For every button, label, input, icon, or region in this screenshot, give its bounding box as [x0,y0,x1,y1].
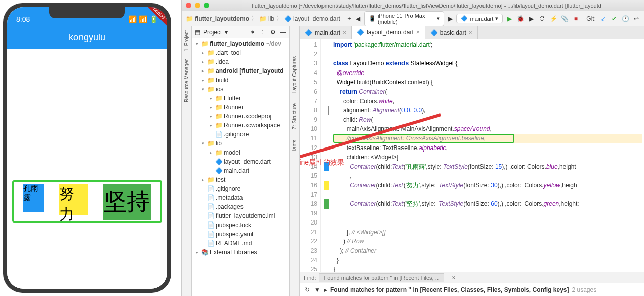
tree-item[interactable]: ▸📁.dart_tool [192,48,289,57]
tree-item[interactable]: ▸📁Flutter [192,94,289,103]
tab-close-icon[interactable]: × [343,29,346,36]
git-commit-icon[interactable]: ✔ [611,15,618,22]
phone-appbar: kongyulu [7,25,167,49]
add-config-icon[interactable]: ＋ [346,15,352,22]
debug-icon[interactable]: 🐞 [517,15,524,22]
appbar-title: kongyulu [69,32,105,43]
find-tab[interactable]: Found matches for pattern '' in [Recent … [319,273,444,282]
bc-project: 📁 flutter_layoutdemo [186,15,249,22]
tool-resource-manager[interactable]: Resource Manager [184,59,189,102]
tree-item[interactable]: ▸📁Runner.xcodeproj [192,112,289,121]
bc-folder: 📁 lib [259,15,274,22]
find-usages-count: 2 usages [572,286,597,293]
editor-area: 🔷 main.dart ×🔷 layout_demo.dart ×🔷 basic… [300,26,644,296]
project-gear-icon[interactable]: ⚙ [269,29,276,36]
run-icon[interactable]: ▶ [506,15,513,22]
git-history-icon[interactable]: 🕐 [622,15,629,22]
tree-item[interactable]: ▸📁Runner [192,103,289,112]
find-label: Find: [304,275,316,281]
editor-tabs: 🔷 main.dart ×🔷 layout_demo.dart ×🔷 basic… [300,26,644,39]
profile-icon[interactable]: ⏱ [539,15,546,22]
tool-variants[interactable]: iants [292,140,297,151]
code-content[interactable]: import 'package:flutter/material.dart'; … [331,39,644,272]
tree-item[interactable]: ▸📁android [flutter_layoutd [192,66,289,76]
tree-item[interactable]: 📄pubspec.yaml [192,230,289,239]
top-toolbar: 📁 flutter_layoutdemo〉 📁 lib〉 🔷 layout_de… [182,11,644,26]
project-settings-icon[interactable]: ✶ [249,29,256,36]
rerun-icon[interactable]: ↻ [304,286,311,293]
marker-column [321,39,331,272]
minimize-icon[interactable] [195,3,200,8]
prev-icon[interactable]: ◀ [355,15,361,22]
git-update-icon[interactable]: ↙ [600,15,607,22]
tree-item[interactable]: 🔷layout_demo.dart [192,157,289,166]
tree-item[interactable]: 📄.gitignore [192,130,289,139]
tool-project[interactable]: 1: Project [184,30,189,51]
demo-box-2: 努力 [59,184,88,215]
tree-item[interactable]: ▸📁build [192,76,289,85]
tree-item[interactable]: 📄.packages [192,202,289,211]
code-editor[interactable]: 1234567891011121314151617181920212223242… [300,39,644,272]
run-config-selector[interactable]: 🔷 main.dart ▾ [456,14,503,23]
left-tool-strip-2: Layout Captures Z: Structure iants [290,26,300,296]
find-result-text[interactable]: Found matches for pattern '' in [Recent … [330,286,569,293]
demo-box-1: 孔雨露 [23,184,44,212]
tree-item[interactable]: ▾📁lib [192,139,289,148]
find-tab-close-icon[interactable]: × [450,274,457,281]
next-icon[interactable]: ▶ [447,15,453,22]
tree-item[interactable]: 📄.metadata [192,193,289,202]
git-label: Git: [586,15,596,22]
phone-notch [49,7,125,18]
demo-box-3: 坚持 [103,184,151,220]
project-collapse-icon[interactable]: ÷ [259,29,266,36]
tree-item[interactable]: 📄.gitignore [192,184,289,193]
editor-tab[interactable]: 🔷 basic.dart × [425,26,478,39]
mac-titlebar: flutter_layoutdemo [~/development/study/… [182,0,644,11]
editor-tab[interactable]: 🔷 main.dart × [300,26,352,39]
tree-item[interactable]: ▸📚External Libraries [192,248,289,257]
tool-structure[interactable]: Z: Structure [292,103,297,129]
statusbar-indicators: 📶 📶 🔋 [128,15,158,23]
bc-file: 🔷 layout_demo.dart [284,15,340,22]
project-panel-title[interactable]: Project [203,29,222,36]
project-hide-icon[interactable]: — [279,29,286,36]
close-icon[interactable] [186,3,191,8]
maximize-icon[interactable] [204,3,209,8]
statusbar-time: 8:08 [16,15,30,23]
project-panel-header: ▤Project▾ ✶ ÷ ⚙ — [192,26,289,38]
breadcrumb[interactable]: 📁 flutter_layoutdemo〉 📁 lib〉 🔷 layout_de… [186,14,340,23]
tab-close-icon[interactable]: × [469,29,472,36]
project-tree[interactable]: ▾📁flutter_layoutdemo ~/dev▸📁.dart_tool▸📁… [192,38,289,296]
hot-reload-icon[interactable]: ⚡ [550,15,557,22]
left-tool-strip: 1: Project Resource Manager [182,26,192,296]
editor-tab[interactable]: 🔷 layout_demo.dart × [352,26,425,39]
window-title: flutter_layoutdemo [~/development/study/… [213,3,640,9]
tree-item[interactable]: ▸📁model [192,148,289,157]
tree-item[interactable]: 📄README.md [192,239,289,248]
row-demo: 孔雨露 努力 坚持 [12,180,162,223]
line-gutter[interactable]: 1234567891011121314151617181920212223242… [300,39,321,272]
stop-icon[interactable]: ■ [572,15,579,22]
tree-item[interactable]: ▸📁test [192,175,289,184]
filter-icon[interactable]: ▼ [314,286,321,293]
ide-window: flutter_layoutdemo [~/development/study/… [181,0,644,296]
phone-simulator: DEBUG 8:08 📶 📶 🔋 kongyulu 孔雨露 努力 坚持 [0,0,181,296]
tool-layout-captures[interactable]: Layout Captures [292,56,297,93]
git-rollback-icon[interactable]: ↩ [633,15,640,22]
tree-item[interactable]: 📄flutter_layoutdemo.iml [192,211,289,220]
attach-icon[interactable]: 📎 [561,15,568,22]
tab-close-icon[interactable]: × [416,29,420,36]
device-selector[interactable]: 📱 iPhone 11 Pro Max (mobile) ▾ [364,11,445,26]
find-bar: Find: Found matches for pattern '' in [R… [300,272,644,283]
tree-item[interactable]: ▾📁flutter_layoutdemo ~/dev [192,39,289,48]
tree-item[interactable]: 📄pubspec.lock [192,220,289,230]
project-panel: ▤Project▾ ✶ ÷ ⚙ — ▾📁flutter_layoutdemo ~… [192,26,290,296]
tree-item[interactable]: ▸📁.idea [192,57,289,66]
tree-item[interactable]: ▾📁ios [192,85,289,94]
tree-item[interactable]: 🔷main.dart [192,166,289,175]
coverage-icon[interactable]: ▶ [528,15,535,22]
find-result-bar: ↻ ▼ ▸ Found matches for pattern '' in [R… [300,283,644,296]
tree-item[interactable]: ▸📁Runner.xcworkspace [192,121,289,130]
